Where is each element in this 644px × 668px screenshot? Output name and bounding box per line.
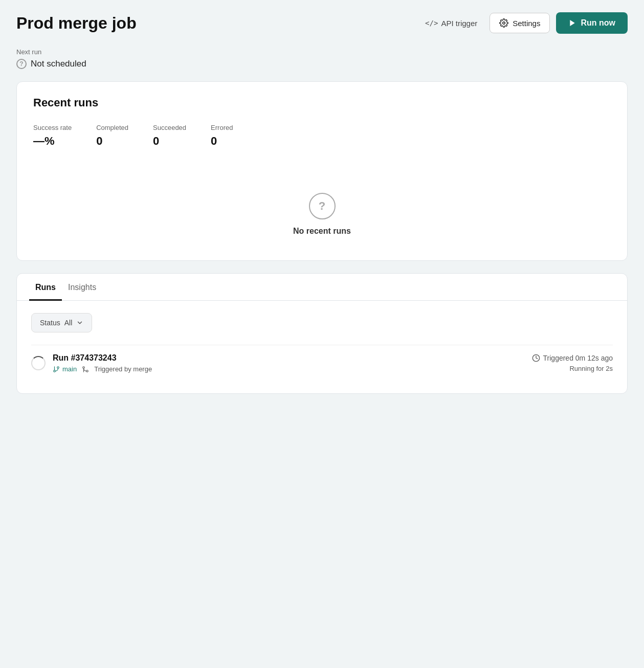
tabs-container: Runs Insights Status All Run #374373243 [16,273,628,394]
runs-tab-content: Status All Run #374373243 [17,301,627,393]
svg-point-0 [503,22,505,25]
status-filter-dropdown[interactable]: Status All [31,313,92,332]
run-now-button[interactable]: Run now [556,12,628,34]
run-info: Run #374373243 main [53,353,152,373]
run-now-label: Run now [581,18,615,28]
not-scheduled-text: Not scheduled [31,59,86,69]
stat-succeeded-value: 0 [153,135,186,148]
run-branch: main [53,365,77,373]
tab-runs[interactable]: Runs [29,274,62,301]
stat-success-rate-label: Success rate [33,124,72,131]
recent-runs-title: Recent runs [33,96,611,109]
run-spinner-icon [31,356,46,370]
play-icon [568,19,576,27]
stat-completed-label: Completed [96,124,128,131]
empty-question-icon: ? [309,193,336,219]
run-trigger-text: Triggered by merge [94,365,152,373]
triggered-time: Triggered 0m 12s ago [532,354,613,362]
question-circle-icon: ? [16,59,27,69]
running-duration: Running for 2s [569,365,613,372]
stat-errored-label: Errored [211,124,233,131]
run-meta: main Triggered by merge [53,365,152,373]
chevron-down-icon [76,319,83,326]
header-actions: </> API trigger Settings Run now [419,12,628,34]
settings-label: Settings [513,19,540,28]
run-item-left: Run #374373243 main [31,353,152,373]
stat-succeeded-label: Succeeded [153,124,186,131]
stat-completed: Completed 0 [96,124,128,148]
merge-icon [82,366,89,373]
stats-row: Success rate —% Completed 0 Succeeded 0 … [33,124,611,148]
run-item-right: Triggered 0m 12s ago Running for 2s [532,354,613,372]
tabs-header: Runs Insights [17,274,627,301]
stat-completed-value: 0 [96,135,128,148]
api-trigger-icon: </> [425,19,438,27]
empty-state-text: No recent runs [293,227,351,236]
tab-runs-label: Runs [35,283,56,292]
run-number: Run #374373243 [53,353,152,363]
stat-succeeded: Succeeded 0 [153,124,186,148]
page-title: Prod merge job [16,14,137,33]
svg-marker-1 [570,20,575,26]
not-scheduled-status: ? Not scheduled [16,59,628,69]
status-filter-label: Status [40,319,60,327]
stat-success-rate-value: —% [33,135,72,148]
stat-errored: Errored 0 [211,124,233,148]
run-item[interactable]: Run #374373243 main [31,345,613,381]
git-branch-icon [53,366,60,373]
tab-insights-label: Insights [68,283,96,292]
next-run-label: Next run [16,48,628,56]
settings-button[interactable]: Settings [490,13,550,33]
empty-state: ? No recent runs [33,172,611,246]
status-filter-value: All [64,319,73,327]
page-header: Prod merge job </> API trigger Settings … [16,12,628,34]
api-trigger-label: API trigger [441,19,477,28]
stat-success-rate: Success rate —% [33,124,72,148]
tab-insights[interactable]: Insights [62,274,102,301]
gear-icon [499,18,508,28]
clock-icon [532,354,540,362]
api-trigger-button[interactable]: </> API trigger [419,15,483,32]
next-run-section: Next run ? Not scheduled [16,48,628,69]
stat-errored-value: 0 [211,135,233,148]
recent-runs-card: Recent runs Success rate —% Completed 0 … [16,81,628,261]
triggered-time-text: Triggered 0m 12s ago [543,354,613,362]
